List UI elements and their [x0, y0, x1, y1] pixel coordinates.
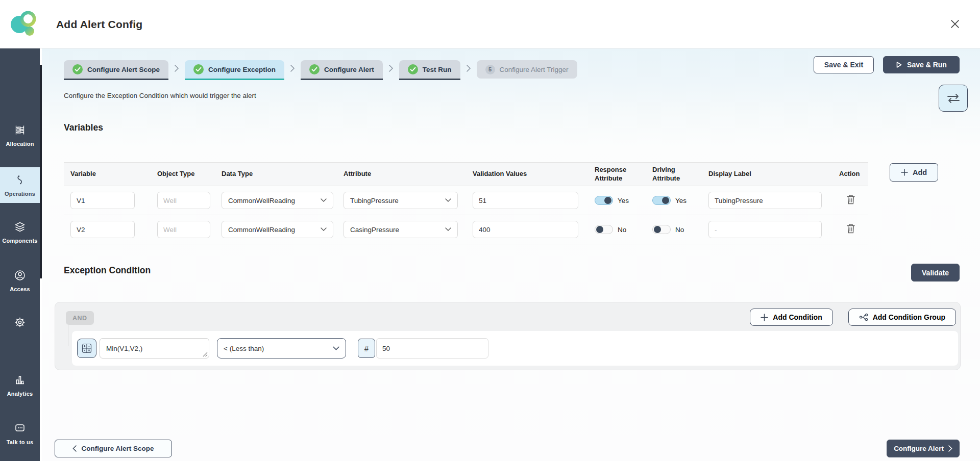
tree-connector-line	[68, 325, 68, 346]
condition-value-input[interactable]	[376, 338, 488, 358]
driving-attribute-state: Yes	[675, 197, 687, 204]
condition-formula-input[interactable]	[100, 338, 209, 358]
sidebar-item-components[interactable]: Components	[0, 217, 40, 248]
step-label: Configure Alert Trigger	[500, 66, 569, 73]
step-label: Configure Exception	[208, 66, 276, 73]
chat-icon	[14, 422, 26, 437]
display-label-input[interactable]	[708, 192, 822, 209]
close-icon[interactable]	[949, 18, 961, 30]
chevron-right-icon	[466, 64, 471, 74]
step-label: Configure Alert	[324, 66, 374, 73]
save-and-exit-button[interactable]: Save & Exit	[814, 56, 874, 73]
col-header-validation-values: Validation Values	[473, 170, 595, 178]
content-area	[42, 48, 980, 461]
chevron-down-icon	[321, 227, 327, 232]
step-configure-alert-scope[interactable]: Configure Alert Scope	[64, 60, 168, 80]
col-header-data-type: Data Type	[222, 170, 344, 178]
response-attribute-state: Yes	[618, 197, 629, 204]
plus-icon	[761, 314, 768, 321]
col-header-object-type: Object Type	[157, 170, 222, 178]
sidebar-item-analytics[interactable]: Analytics	[0, 370, 40, 401]
step-configure-alert-trigger[interactable]: 5 Configure Alert Trigger	[477, 60, 577, 80]
display-label-input[interactable]	[708, 221, 822, 238]
formula-builder-button[interactable]	[77, 339, 96, 358]
play-icon	[896, 61, 902, 68]
top-bar: Add Alert Config	[0, 0, 980, 48]
condition-operator-select[interactable]: < (Less than)	[217, 338, 346, 358]
delete-row-icon[interactable]	[846, 223, 856, 235]
driving-attribute-toggle[interactable]	[652, 196, 671, 205]
data-type-select[interactable]: CommonWellReading	[222, 192, 333, 209]
access-icon	[14, 269, 26, 284]
response-attribute-toggle[interactable]	[595, 196, 613, 205]
chevron-down-icon	[321, 198, 327, 202]
add-alert-config-window: Add Alert Config Allocation	[0, 0, 980, 461]
sidebar-item-label: Operations	[5, 191, 35, 197]
check-icon	[72, 64, 83, 74]
step-configure-alert[interactable]: Configure Alert	[301, 60, 383, 80]
add-condition-group-button[interactable]: Add Condition Group	[848, 309, 956, 326]
response-attribute-state: No	[618, 226, 626, 234]
sidebar: Allocation Operations Components	[0, 48, 40, 461]
next-step-label: Configure Alert	[894, 445, 944, 452]
validation-values-input[interactable]	[473, 221, 578, 238]
allocation-icon	[14, 124, 26, 138]
swap-arrows-icon	[946, 92, 961, 105]
save-and-run-button[interactable]: Save & Run	[883, 56, 960, 73]
page-title: Add Alert Config	[56, 0, 142, 48]
chevron-down-icon	[445, 227, 451, 232]
back-step-label: Configure Alert Scope	[81, 445, 154, 452]
wizard-stepper: Configure Alert Scope Configure Exceptio…	[64, 60, 577, 80]
sidebar-item-label: Components	[2, 238, 37, 244]
check-icon	[408, 64, 418, 74]
delete-row-icon[interactable]	[846, 194, 856, 206]
step-description: Configure the Exception Condition which …	[64, 92, 256, 99]
back-step-button[interactable]: Configure Alert Scope	[55, 440, 172, 457]
step-test-run[interactable]: Test Run	[399, 60, 460, 80]
add-variable-button[interactable]: Add	[890, 163, 938, 182]
group-operator-chip[interactable]: AND	[66, 311, 94, 325]
chevron-left-icon	[72, 445, 77, 452]
content-scrollbar[interactable]	[40, 65, 42, 278]
resize-grip-icon[interactable]	[203, 352, 208, 357]
col-header-variable: Variable	[70, 170, 157, 178]
plus-icon	[901, 169, 908, 176]
sidebar-item-allocation[interactable]: Allocation	[0, 120, 40, 151]
step-label: Configure Alert Scope	[87, 66, 160, 73]
object-type-input[interactable]	[157, 192, 210, 209]
condition-row: < (Less than) #	[72, 331, 958, 366]
step-configure-exception[interactable]: Configure Exception	[185, 60, 284, 80]
validate-label: Validate	[922, 269, 949, 277]
sidebar-item-operations[interactable]: Operations	[0, 167, 40, 203]
add-condition-button[interactable]: Add Condition	[750, 309, 832, 326]
gear-icon	[13, 316, 27, 331]
attribute-select[interactable]: CasingPressure	[344, 221, 458, 238]
col-header-display-label: Display Label	[708, 170, 839, 178]
sidebar-item-settings[interactable]	[0, 313, 40, 334]
exception-condition-heading: Exception Condition	[64, 265, 151, 276]
variable-name-input[interactable]	[70, 192, 135, 209]
object-type-input[interactable]	[157, 221, 210, 238]
swap-view-button[interactable]	[939, 85, 968, 112]
variable-row: CommonWellReading CasingPressure No No	[64, 215, 868, 244]
operations-icon	[14, 174, 26, 188]
chevron-right-icon	[174, 64, 179, 74]
chevron-down-icon	[333, 346, 339, 351]
attribute-select[interactable]: TubingPressure	[344, 192, 458, 209]
components-icon	[14, 221, 26, 235]
driving-attribute-state: No	[675, 226, 684, 234]
validate-button[interactable]: Validate	[911, 264, 960, 281]
variables-heading: Variables	[64, 122, 103, 133]
sidebar-item-label: Allocation	[6, 141, 34, 147]
sidebar-item-talk-to-us[interactable]: Talk to us	[0, 418, 40, 449]
variable-name-input[interactable]	[70, 221, 135, 238]
next-step-button[interactable]: Configure Alert	[887, 440, 960, 457]
sidebar-item-access[interactable]: Access	[0, 265, 40, 296]
step-number-badge: 5	[485, 65, 495, 74]
data-type-select[interactable]: CommonWellReading	[222, 221, 333, 238]
value-type-button[interactable]: #	[358, 339, 375, 358]
response-attribute-toggle[interactable]	[595, 225, 613, 234]
validation-values-input[interactable]	[473, 192, 578, 209]
col-header-driving-attribute: Driving Attribute	[652, 166, 693, 183]
driving-attribute-toggle[interactable]	[652, 225, 671, 234]
